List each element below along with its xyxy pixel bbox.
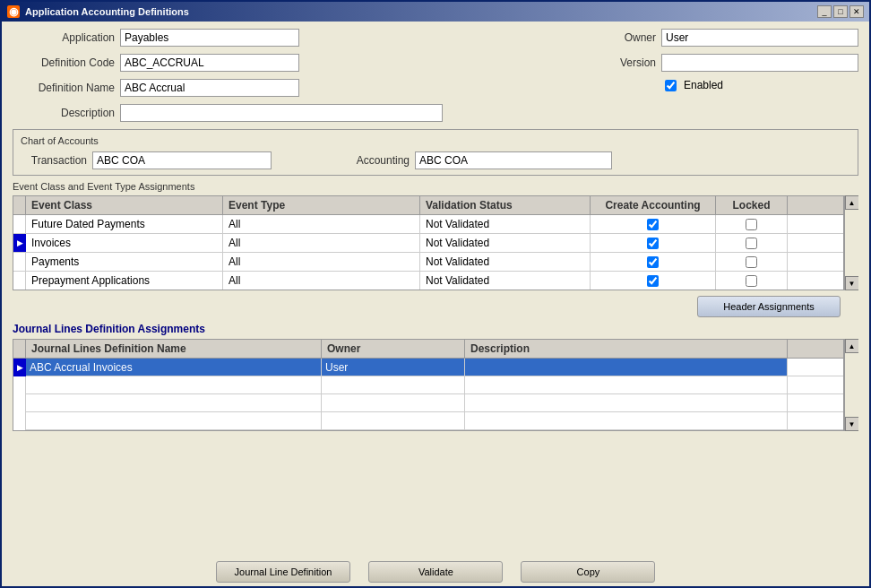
th-jl-desc: Description [465, 340, 788, 358]
window-title: Application Accounting Definitions [25, 6, 189, 17]
validate-button[interactable]: Validate [368, 561, 503, 583]
create-acct-checkbox[interactable] [647, 219, 659, 230]
selected-row-indicator: ▶ [13, 359, 26, 376]
accounting-label: Accounting [343, 154, 415, 167]
accounting-input[interactable] [415, 151, 612, 169]
def-code-input[interactable] [120, 54, 299, 72]
locked-cell [716, 272, 788, 290]
event-class-cell: Future Dated Payments [26, 215, 223, 233]
transaction-input[interactable] [92, 151, 272, 169]
jl-desc-cell [465, 412, 788, 429]
locked-checkbox[interactable] [746, 275, 757, 287]
event-table-container: Event Class Event Type Validation Status… [13, 195, 858, 290]
main-content: Application Definition Code Definition N… [2, 22, 869, 554]
table-row: Payments All Not Validated [13, 253, 843, 272]
enabled-checkbox[interactable] [665, 80, 677, 91]
jl-name-cell [26, 376, 322, 393]
journal-section-title: Journal Lines Definition Assignments [13, 323, 858, 335]
locked-cell [716, 234, 788, 252]
scroll-track [845, 353, 858, 417]
def-name-input[interactable] [120, 79, 299, 97]
scroll-up-button[interactable]: ▲ [845, 339, 859, 353]
row-indicator [13, 215, 26, 233]
scroll-down-button[interactable]: ▼ [845, 276, 859, 290]
header-assignments-button[interactable]: Header Assignments [697, 296, 841, 317]
coa-section-title: Chart of Accounts [21, 135, 850, 146]
description-input[interactable] [120, 104, 443, 122]
application-row: Application [13, 29, 443, 47]
event-table-scrollbar[interactable]: ▲ ▼ [844, 195, 858, 290]
application-input[interactable] [120, 29, 299, 47]
owner-row: Owner [599, 29, 858, 47]
minimize-button[interactable]: _ [817, 5, 832, 18]
enabled-row: Enabled [599, 79, 858, 91]
create-acct-checkbox[interactable] [647, 256, 659, 268]
validation-cell: Not Validated [420, 215, 591, 233]
journal-table-scrollbar[interactable]: ▲ ▼ [844, 339, 858, 431]
journal-table-container: Journal Lines Definition Name Owner Desc… [13, 339, 858, 431]
event-class-cell: Payments [26, 253, 223, 271]
table-row [13, 412, 843, 430]
bottom-button-bar: Journal Line Definition Validate Copy [2, 554, 869, 586]
table-row [13, 394, 843, 412]
owner-label: Owner [599, 31, 661, 44]
create-acct-checkbox[interactable] [647, 238, 659, 249]
create-acct-cell [591, 234, 716, 252]
jl-desc-cell [465, 376, 788, 393]
create-acct-cell [591, 215, 716, 233]
jl-name-cell [26, 394, 322, 411]
locked-checkbox[interactable] [746, 219, 757, 230]
version-label: Version [599, 56, 661, 69]
jl-owner-cell [322, 376, 465, 393]
scroll-up-button[interactable]: ▲ [845, 195, 859, 210]
locked-checkbox[interactable] [746, 238, 757, 249]
create-acct-cell [591, 272, 716, 290]
event-section-title: Event Class and Event Type Assignments [13, 181, 858, 192]
journal-table: Journal Lines Definition Name Owner Desc… [13, 339, 844, 431]
def-name-label: Definition Name [13, 82, 120, 94]
locked-cell [716, 215, 788, 233]
def-code-label: Definition Code [13, 56, 120, 69]
jl-owner-cell [322, 412, 465, 429]
app-icon: ◉ [7, 5, 20, 18]
locked-checkbox[interactable] [746, 256, 757, 268]
event-type-cell: All [223, 253, 420, 271]
jl-desc-cell [465, 394, 788, 411]
validation-cell: Not Validated [420, 272, 591, 290]
row-indicator [13, 376, 26, 394]
jl-owner-cell [322, 394, 465, 411]
jl-owner-cell: User [322, 359, 465, 376]
table-row [13, 376, 843, 394]
header-assignments-row: Header Assignments [13, 296, 858, 317]
transaction-row: Transaction [21, 151, 272, 169]
selected-row-indicator: ▶ [13, 234, 26, 252]
th-event-type: Event Type [223, 196, 420, 214]
scroll-down-button[interactable]: ▼ [845, 417, 859, 431]
event-class-cell: Prepayment Applications [26, 272, 223, 290]
table-row: ▶ ABC Accrual Invoices User [13, 359, 843, 376]
jl-name-cell [26, 412, 322, 429]
owner-input[interactable] [661, 29, 858, 47]
create-acct-cell [591, 253, 716, 271]
event-section: Event Class and Event Type Assignments E… [13, 181, 858, 290]
copy-button[interactable]: Copy [521, 561, 655, 583]
close-button[interactable]: ✕ [849, 5, 864, 18]
coa-row: Transaction Accounting [21, 151, 850, 169]
th-locked: Locked [716, 196, 788, 214]
validation-cell: Not Validated [420, 234, 591, 252]
th-jl-owner: Owner [322, 340, 465, 358]
journal-line-def-button[interactable]: Journal Line Definition [216, 561, 351, 583]
version-input[interactable] [661, 54, 858, 72]
transaction-label: Transaction [21, 154, 92, 167]
event-type-cell: All [223, 272, 420, 290]
maximize-button[interactable]: □ [833, 5, 848, 18]
jl-name-cell: ABC Accrual Invoices [26, 359, 322, 376]
create-acct-checkbox[interactable] [647, 275, 659, 287]
application-label: Application [13, 31, 120, 44]
table-row: Future Dated Payments All Not Validated [13, 215, 843, 234]
table-row: ▶ Invoices All Not Validated [13, 234, 843, 253]
chart-of-accounts-section: Chart of Accounts Transaction Accounting [13, 129, 858, 176]
event-type-cell: All [223, 215, 420, 233]
th-validation-status: Validation Status [420, 196, 591, 214]
table-row: Prepayment Applications All Not Validate… [13, 272, 843, 290]
